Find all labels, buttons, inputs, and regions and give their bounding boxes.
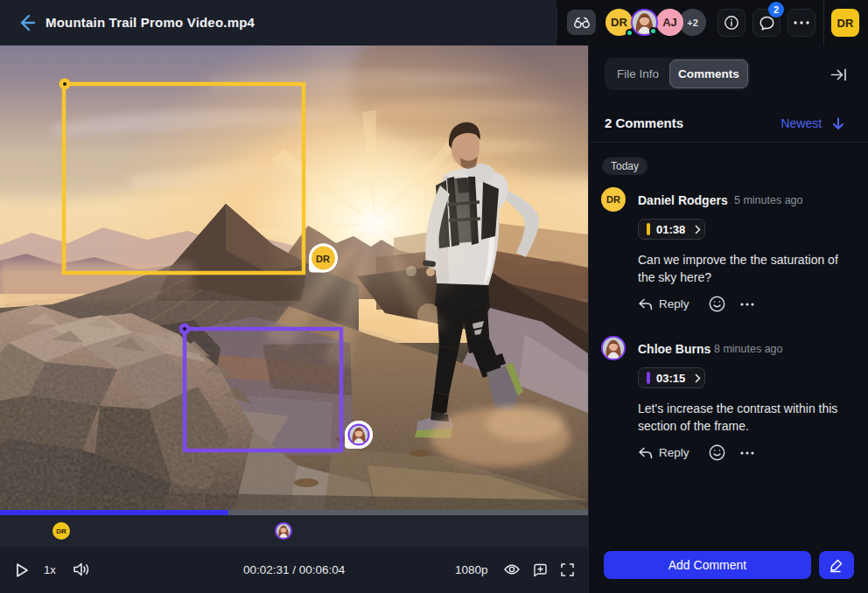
svg-text:DR: DR [316,254,330,264]
